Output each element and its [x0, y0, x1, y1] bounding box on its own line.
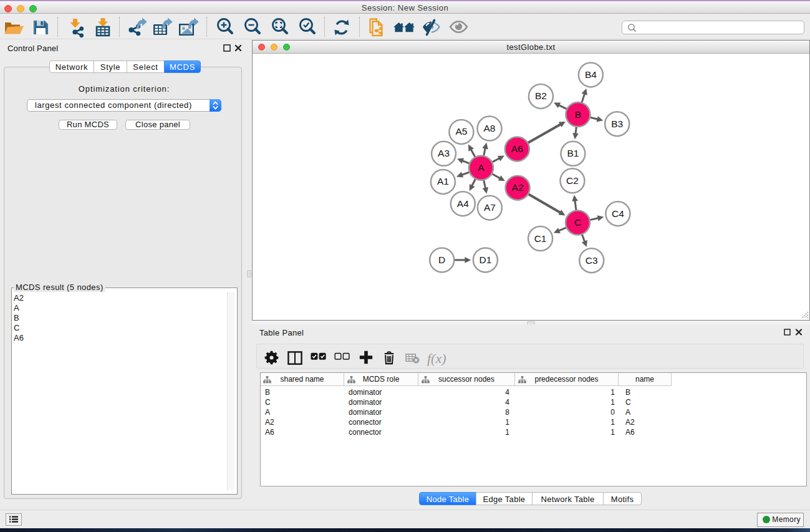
svg-text:C2: C2 [566, 175, 579, 186]
svg-text:C3: C3 [586, 255, 598, 266]
svg-text:D: D [438, 254, 445, 265]
svg-text:B3: B3 [611, 118, 623, 129]
svg-text:A6: A6 [511, 143, 523, 154]
svg-text:A3: A3 [438, 148, 450, 158]
svg-text:C1: C1 [534, 233, 547, 244]
svg-text:A2: A2 [512, 182, 524, 193]
svg-text:B4: B4 [585, 69, 597, 80]
svg-text:A5: A5 [455, 126, 467, 137]
svg-text:B2: B2 [535, 90, 547, 101]
svg-text:A: A [478, 162, 485, 173]
svg-text:B1: B1 [567, 148, 579, 158]
svg-text:A7: A7 [484, 202, 496, 213]
svg-text:A4: A4 [457, 198, 469, 209]
svg-text:D1: D1 [479, 254, 491, 265]
svg-text:C4: C4 [612, 208, 624, 219]
svg-text:A1: A1 [437, 176, 449, 186]
svg-text:C: C [574, 217, 581, 228]
svg-text:A8: A8 [484, 123, 496, 133]
svg-text:B: B [575, 109, 581, 120]
